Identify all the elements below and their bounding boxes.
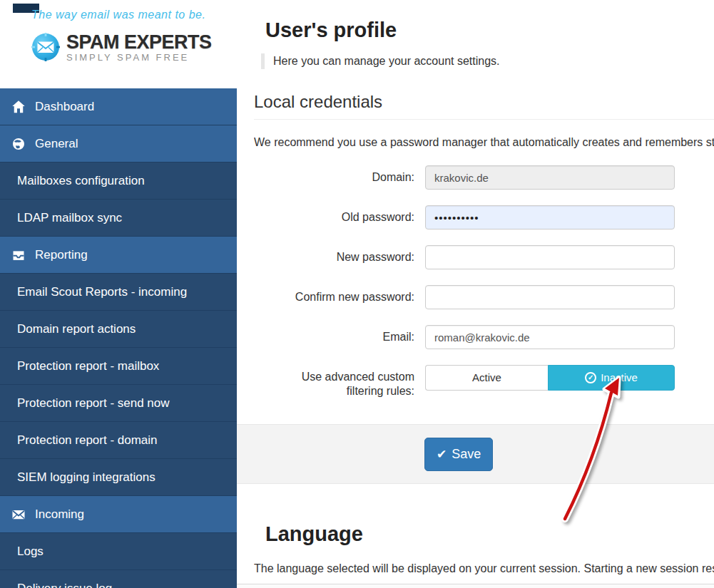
form-footer: ✔ Save	[237, 424, 714, 484]
spamexperts-logo: SPAM EXPERTS SIMPLY SPAM FREE	[31, 33, 212, 63]
language-intro: The language selected will be displayed …	[254, 562, 714, 575]
main-content: User's profile Here you can manage your …	[237, 0, 714, 588]
check-circle-icon: ✓	[585, 372, 596, 383]
inbox-icon	[11, 248, 26, 262]
spamexperts-user-profile-page: The way email was meant to be.	[0, 0, 714, 588]
sidebar-item-mailboxes-configuration[interactable]: Mailboxes configuration	[0, 163, 237, 200]
old-password-label: Old password:	[254, 205, 414, 229]
page-title: User's profile	[265, 19, 714, 42]
inactive-toggle-label: Inactive	[601, 366, 638, 390]
sidebar-item-dashboard[interactable]: Dashboard	[0, 88, 237, 125]
email-label: Email:	[254, 325, 414, 349]
horizontal-scrollbar[interactable]	[237, 584, 714, 588]
sidebar-item-logs[interactable]: Logs	[0, 533, 237, 570]
sidebar-item-ldap-mailbox-sync[interactable]: LDAP mailbox sync	[0, 200, 237, 237]
local-credentials-intro: We recommend you use a password manager …	[254, 136, 714, 149]
sidebar-item-general[interactable]: General	[0, 125, 237, 163]
save-button[interactable]: ✔ Save	[424, 438, 493, 471]
email-field[interactable]	[425, 325, 675, 349]
globe-icon	[11, 137, 26, 151]
form-row-email: Email:	[254, 325, 714, 349]
spamexperts-logo-icon	[31, 33, 60, 61]
old-password-field[interactable]	[425, 205, 675, 229]
home-icon	[11, 100, 26, 114]
brand-slogan: SIMPLY SPAM FREE	[66, 52, 212, 63]
logo-tagline: The way email was meant to be.	[31, 9, 205, 21]
sidebar-item-incoming[interactable]: Incoming	[0, 496, 237, 533]
logo-area: The way email was meant to be.	[0, 0, 237, 88]
credentials-form: Domain: Old password: New password: Conf…	[254, 165, 714, 484]
filtering-rules-label: Use advanced custom filtering rules:	[254, 365, 414, 405]
domain-field[interactable]	[425, 165, 675, 190]
save-button-label: Save	[452, 447, 481, 462]
sidebar-item-protection-report-domain[interactable]: Protection report - domain	[0, 422, 237, 459]
form-row-domain: Domain:	[254, 165, 714, 190]
page-subtitle: Here you can manage your account setting…	[261, 53, 714, 69]
sidebar: The way email was meant to be.	[0, 0, 237, 588]
form-row-filtering-rules: Use advanced custom filtering rules: Act…	[254, 365, 714, 405]
filtering-rules-toggle: Active ✓ Inactive	[425, 365, 675, 391]
sidebar-item-email-scout-reports-incoming[interactable]: Email Scout Reports - incoming	[0, 274, 237, 311]
local-credentials-heading: Local credentials	[254, 92, 714, 120]
logo-text: SPAM EXPERTS SIMPLY SPAM FREE	[66, 33, 212, 63]
form-row-confirm-password: Confirm new password:	[254, 285, 714, 309]
sidebar-item-siem-logging-integrations[interactable]: SIEM logging integrations	[0, 459, 237, 496]
filtering-rules-label-line1: Use advanced custom	[302, 371, 414, 383]
inactive-toggle-button[interactable]: ✓ Inactive	[548, 365, 675, 391]
domain-label: Domain:	[254, 165, 414, 190]
confirm-new-password-field[interactable]	[425, 285, 675, 309]
new-password-field[interactable]	[425, 245, 675, 269]
sidebar-item-protection-report-send-now[interactable]: Protection report - send now	[0, 385, 237, 422]
sidebar-item-protection-report-mailbox[interactable]: Protection report - mailbox	[0, 348, 237, 385]
language-heading: Language	[265, 522, 714, 546]
filtering-rules-label-line2: filtering rules:	[347, 385, 414, 397]
brand-name: SPAM EXPERTS	[66, 33, 212, 51]
new-password-label: New password:	[254, 245, 414, 269]
sidebar-nav: Dashboard General Mailboxes configuratio…	[0, 88, 237, 588]
sidebar-item-delivery-issue-log[interactable]: Delivery issue log	[0, 570, 237, 588]
sidebar-item-reporting[interactable]: Reporting	[0, 237, 237, 274]
form-row-old-password: Old password:	[254, 205, 714, 229]
envelope-icon	[11, 507, 26, 522]
confirm-new-password-label: Confirm new password:	[254, 285, 414, 309]
form-row-new-password: New password:	[254, 245, 714, 269]
active-toggle-button[interactable]: Active	[425, 365, 548, 391]
sidebar-item-domain-report-actions[interactable]: Domain report actions	[0, 311, 237, 348]
checkmark-icon: ✔	[437, 447, 447, 462]
